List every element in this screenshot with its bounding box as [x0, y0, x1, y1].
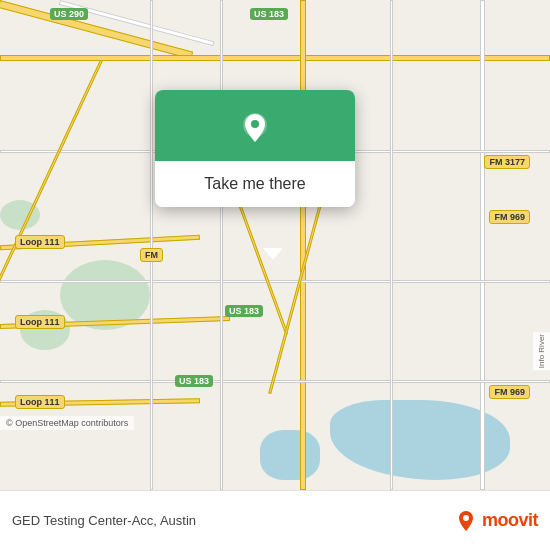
road-minor-v1 — [150, 0, 153, 490]
popup-card: Take me there — [155, 90, 355, 207]
take-me-there-button[interactable]: Take me there — [155, 161, 355, 207]
svg-point-3 — [463, 515, 469, 521]
popup-top — [155, 90, 355, 161]
road-minor-h2 — [0, 280, 550, 283]
road-minor-h3 — [0, 380, 550, 383]
road-horizontal-top — [0, 55, 550, 61]
fm3177-label: FM 3177 — [484, 155, 530, 169]
us183-mid-label: US 183 — [225, 305, 263, 317]
moovit-text: moovit — [482, 510, 538, 531]
water-area-2 — [260, 430, 320, 480]
us290-label: US 290 — [50, 8, 88, 20]
location-pin-icon — [237, 110, 273, 146]
location-text: GED Testing Center-Acc, Austin — [12, 513, 454, 528]
info-strip: Info River — [533, 332, 550, 370]
loop111-bot-label: Loop 111 — [15, 395, 65, 409]
map-attribution: © OpenStreetMap contributors — [0, 416, 134, 430]
moovit-logo: moovit — [454, 509, 538, 533]
moovit-pin-icon — [454, 509, 478, 533]
svg-point-2 — [251, 120, 259, 128]
us183-top-label: US 183 — [250, 8, 288, 20]
road-minor-v2 — [220, 0, 223, 490]
bottom-bar: GED Testing Center-Acc, Austin moovit — [0, 490, 550, 550]
popup-arrow — [263, 248, 283, 260]
road-us183-vert — [300, 0, 306, 490]
fm-label: FM — [140, 248, 163, 262]
road-fm-vert — [480, 0, 485, 490]
fm969-top-label: FM 969 — [489, 210, 530, 224]
us183-bot-label: US 183 — [175, 375, 213, 387]
loop111-top-label: Loop 111 — [15, 235, 65, 249]
road-minor-v3 — [390, 0, 393, 490]
fm969-bot-label: FM 969 — [489, 385, 530, 399]
loop111-mid-label: Loop 111 — [15, 315, 65, 329]
map-container[interactable]: US 290 US 183 FM 3177 FM 969 FM 969 Loop… — [0, 0, 550, 490]
